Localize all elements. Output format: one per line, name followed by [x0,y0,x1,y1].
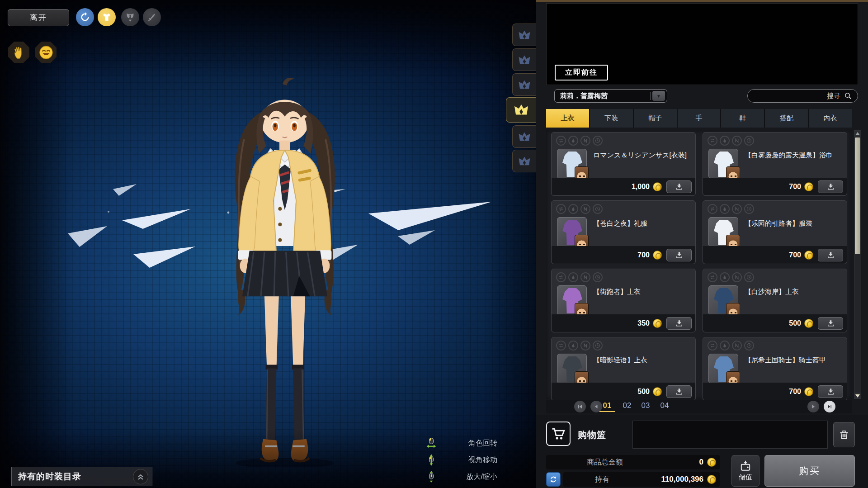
download-button[interactable] [818,317,843,330]
weapon-view-button[interactable] [143,8,161,26]
shop-category-crown-tab-3[interactable] [512,73,536,96]
download-button[interactable] [818,249,843,261]
download-button[interactable] [818,180,843,193]
page-number-1[interactable]: 01 [599,401,615,412]
download-icon [827,388,835,395]
badge-new-icon [732,341,742,351]
scroll-up-arrow[interactable] [854,131,861,137]
scroll-down-arrow[interactable] [854,393,861,398]
outfit-view-button[interactable] [98,8,116,26]
download-button[interactable] [666,249,692,261]
owned-outfits-bar[interactable]: 持有的时装目录 [11,467,152,486]
expand-button[interactable] [133,469,148,484]
total-amount-box: 商品总金额 0 [546,455,720,469]
refresh-balance-button[interactable] [546,472,561,487]
page-number-2[interactable]: 02 [619,401,635,411]
first-page-button[interactable] [574,401,586,412]
shop-category-crown-tab-6[interactable] [512,150,536,172]
shop-category-crown-tab-1[interactable] [512,24,536,46]
last-page-button[interactable] [824,401,835,412]
download-button[interactable] [818,385,843,398]
coin-icon [804,251,813,260]
trash-button[interactable] [833,422,855,447]
item-badges [556,204,603,214]
page-number-3[interactable]: 03 [638,401,653,411]
badge-flame-icon [568,272,578,282]
shop-category-crown-tab-2[interactable] [512,48,536,71]
character-select-dropdown[interactable]: 莉莉．普露梅茜 ▼ [554,89,667,103]
chevron-down-icon: ▼ [652,91,665,101]
item-thumbnail [557,285,587,315]
crown-icon [518,156,531,167]
coin-icon [804,319,813,328]
download-icon [675,251,683,259]
tab-innerwear[interactable]: 内衣 [809,109,852,128]
badge-exchange-icon [708,272,717,282]
download-button[interactable] [666,180,692,193]
scrollbar-thumb[interactable] [855,137,860,254]
scrollbar[interactable] [854,130,861,399]
badge-clock-icon [593,136,603,146]
top-up-button[interactable]: 储值 [731,455,760,487]
tab-accessories[interactable]: 搭配 [765,109,808,128]
search-input[interactable]: 搜寻 [747,89,858,103]
go-now-button[interactable]: 立即前往 [555,65,608,81]
tab-hats[interactable]: 帽子 [634,109,677,128]
coin-icon [707,475,716,484]
shop-item-card[interactable]: ロマンス＆リシアンサス[衣装] 1,000 [551,132,696,196]
item-name: 【白雾袅袅的露天温泉】浴巾 [745,151,843,160]
item-name: 【苍白之夜】礼服 [593,219,692,228]
total-label: 商品总金额 [587,458,623,467]
next-page-button[interactable] [807,401,819,412]
coin-icon [653,387,662,396]
underwear-view-button[interactable] [121,8,139,26]
page-number-4[interactable]: 04 [657,401,672,411]
owned-outfits-label: 持有的时装目录 [18,471,133,483]
item-price: 1,000 [632,183,650,191]
item-thumbnail [557,217,587,247]
coin-icon [804,182,813,191]
reset-rotation-button[interactable] [76,8,94,26]
leave-button[interactable]: 离开 [8,9,69,26]
download-button[interactable] [666,385,692,398]
tab-bottoms[interactable]: 下装 [590,109,633,128]
shop-item-card[interactable]: 【白沙海岸】上衣 500 [703,269,847,332]
search-icon[interactable] [844,92,852,100]
shop-item-card[interactable]: 【白雾袅袅的露天温泉】浴巾 700 [703,132,847,196]
underwear-icon [125,12,135,22]
character-viewport[interactable]: 离开 角色回转 视角移动 放大/缩小 [0,0,536,488]
buy-button[interactable]: 购买 [764,455,855,487]
wallet-icon [740,460,751,472]
badge-exchange-icon [708,341,717,351]
basket-items-area[interactable] [632,421,828,449]
tab-shoes[interactable]: 鞋 [721,109,764,128]
shop-category-crown-tab-4-active[interactable] [506,97,536,123]
item-footer: 350 [552,314,695,332]
category-tabs: 上衣 下装 帽子 手 鞋 搭配 内衣 [546,109,852,128]
badge-new-icon [580,341,590,351]
emote-smile-button[interactable] [35,42,57,63]
item-name: 【乐园的引路者】服装 [745,219,843,228]
shop-item-card[interactable]: 【暗影轻语】上衣 500 [551,337,696,401]
shop-category-crown-tab-5[interactable] [512,125,536,148]
crown-icon [513,103,529,117]
shop-item-card[interactable]: 【苍白之夜】礼服 700 [551,200,696,264]
mouse-drag-horizontal-icon [426,436,437,450]
pagination: 01 02 03 04 [546,400,852,413]
tab-tops[interactable]: 上衣 [546,109,589,128]
shop-item-card[interactable]: 【乐园的引路者】服装 700 [703,200,847,264]
top-up-label: 储值 [739,473,752,482]
emote-wave-button[interactable] [8,42,29,63]
tab-hands[interactable]: 手 [678,109,721,128]
badge-new-icon [580,272,590,282]
download-button[interactable] [666,317,692,330]
cart-button[interactable] [546,422,571,446]
promo-banner[interactable]: 立即前往 [546,3,858,85]
shop-item-card[interactable]: 【尼希王国骑士】骑士盔甲 700 [703,337,847,401]
next-page-icon [811,404,816,409]
coin-icon [653,182,662,191]
badge-new-icon [732,204,742,214]
badge-clock-icon [593,204,603,214]
shop-item-card[interactable]: 【街跑者】上衣 350 [551,269,696,332]
item-thumbnail [557,149,587,179]
